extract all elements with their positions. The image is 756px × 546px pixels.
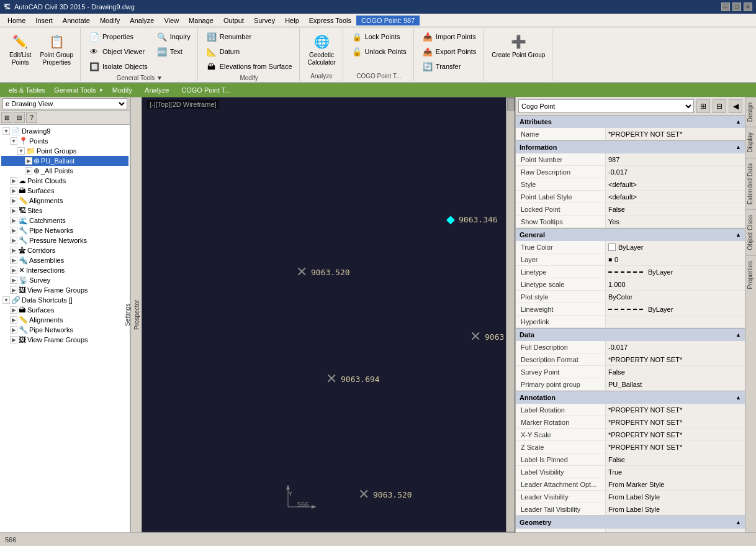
- right-vtab-objectclass[interactable]: Object Class: [745, 209, 756, 255]
- create-point-group-button[interactable]: ➕ Create Point Group: [488, 30, 548, 61]
- point-group-props-button[interactable]: 📋 Point GroupProperties: [37, 30, 76, 68]
- tree-item-ds-pipe-networks[interactable]: ▶ 🔧 Pipe Networks: [1, 325, 128, 335]
- isolate-objects-button[interactable]: 🔲 Isolate Objects: [86, 60, 151, 73]
- expand-points[interactable]: ▼: [10, 137, 17, 145]
- vtab-prospector[interactable]: Prospector: [132, 97, 142, 532]
- menu-cogo-point[interactable]: COGO Point: 987: [356, 16, 420, 25]
- green-bar-analyze[interactable]: Analyze: [141, 86, 173, 94]
- right-vtab-extendeddata[interactable]: Extended Data: [745, 158, 756, 209]
- menu-home[interactable]: Home: [2, 16, 30, 25]
- expand-catchments[interactable]: ▶: [10, 217, 17, 224]
- menu-analyze[interactable]: Analyze: [125, 16, 159, 25]
- tree-item-drawing9[interactable]: ▼ 📄 Drawing9: [1, 126, 128, 136]
- expand-surfaces[interactable]: ▶: [10, 187, 17, 194]
- menu-manage[interactable]: Manage: [184, 16, 218, 25]
- rp-btn-2[interactable]: ⊟: [713, 99, 726, 113]
- geodetic-calculator-button[interactable]: 🌐 GeodeticCalculator: [305, 30, 339, 68]
- maximize-button[interactable]: □: [732, 2, 741, 11]
- canvas-area[interactable]: [-][Top][2D Wireframe] ◆ 9063.346 ✕ 9063…: [142, 97, 515, 532]
- unlock-points-button[interactable]: 🔓 Unlock Points: [348, 45, 410, 58]
- tree-item-pipe-networks[interactable]: ▶ 🔧 Pipe Networks: [1, 225, 128, 235]
- tree-item-ds-viewframegroups[interactable]: ▶ 🖼 View Frame Groups: [1, 335, 128, 345]
- tree-item-assemblies[interactable]: ▶ 🔩 Assemblies: [1, 255, 128, 265]
- lock-points-button[interactable]: 🔒 Lock Points: [348, 30, 410, 43]
- tree-item-pressure-networks[interactable]: ▶ 🔧 Pressure Networks: [1, 235, 128, 245]
- tree-item-survey[interactable]: ▶ 📡 Survey: [1, 275, 128, 285]
- expand-pointclouds[interactable]: ▶: [10, 177, 17, 184]
- view-dropdown[interactable]: e Drawing View Master View Survey View: [2, 98, 127, 109]
- object-viewer-button[interactable]: 👁 Object Viewer: [86, 45, 151, 58]
- prop-section-attributes-header[interactable]: Attributes ▲: [516, 116, 745, 128]
- expand-corridors[interactable]: ▶: [10, 247, 17, 254]
- edit-list-points-button[interactable]: ✏️ Edit/ListPoints: [6, 30, 35, 68]
- expand-allpoints[interactable]: ▶: [25, 167, 32, 175]
- renumber-button[interactable]: 🔢 Renumber: [203, 30, 295, 43]
- datum-button[interactable]: 📐 Datum: [203, 45, 295, 58]
- canvas-vscroll-thumb[interactable]: [507, 98, 515, 111]
- tree-item-data-shortcuts[interactable]: ▼ 🔗 Data Shortcuts []: [1, 295, 128, 305]
- expand-assemblies[interactable]: ▶: [10, 257, 17, 264]
- menu-express-tools[interactable]: Express Tools: [304, 16, 356, 25]
- menu-output[interactable]: Output: [218, 16, 249, 25]
- tree-item-pu-ballast[interactable]: ▶ ⊕ PU_Ballast: [1, 156, 128, 166]
- expand-puballast[interactable]: ▶: [25, 157, 32, 165]
- tree-item-points[interactable]: ▼ 📍 Points: [1, 136, 128, 146]
- tree-item-surfaces[interactable]: ▶ 🏔 Surfaces: [1, 186, 128, 196]
- prop-section-geometry-header[interactable]: Geometry ▲: [516, 516, 745, 529]
- green-bar-modify[interactable]: Modify: [109, 86, 136, 94]
- transfer-button[interactable]: 🔄 Transfer: [419, 60, 479, 73]
- prop-section-annotation-header[interactable]: Annotation ▲: [516, 391, 745, 404]
- expand-pointgroups[interactable]: ▼: [17, 147, 25, 155]
- close-button[interactable]: ✕: [744, 2, 752, 11]
- tree-item-alignments[interactable]: ▶ 📏 Alignments: [1, 196, 128, 206]
- sidebar-tool-2[interactable]: ⊟: [14, 112, 25, 123]
- rp-properties-scroll[interactable]: Attributes ▲ Name *PROPERTY NOT SET* Inf…: [516, 116, 745, 532]
- expand-ds-viewframegroups[interactable]: ▶: [10, 336, 17, 344]
- text-button[interactable]: 🔤 Text: [153, 45, 194, 58]
- expand-intersections[interactable]: ▶: [10, 266, 17, 274]
- tree-item-ds-alignments[interactable]: ▶ 📏 Alignments: [1, 315, 128, 325]
- expand-survey[interactable]: ▶: [10, 276, 17, 284]
- inquiry-button[interactable]: 🔍 Inquiry: [153, 30, 194, 43]
- expand-sites[interactable]: ▶: [10, 207, 17, 214]
- tree-item-point-clouds[interactable]: ▶ ☁ Point Clouds: [1, 176, 128, 186]
- prop-section-information-header[interactable]: Information ▲: [516, 141, 745, 153]
- prop-section-general-header[interactable]: General ▲: [516, 229, 745, 241]
- expand-pressurenetworks[interactable]: ▶: [10, 237, 17, 244]
- export-points-button[interactable]: 📤 Export Points: [419, 45, 479, 58]
- sidebar-tool-1[interactable]: ⊞: [1, 112, 12, 123]
- rp-btn-1[interactable]: ⊞: [696, 99, 710, 113]
- menu-view[interactable]: View: [159, 16, 184, 25]
- expand-pipenetworks[interactable]: ▶: [10, 227, 17, 234]
- menu-survey[interactable]: Survey: [249, 16, 280, 25]
- expand-ds-pipenetworks[interactable]: ▶: [10, 326, 17, 334]
- canvas-vscrollbar[interactable]: [506, 98, 515, 532]
- vtab-settings[interactable]: Settings: [123, 97, 132, 532]
- sidebar-tool-3[interactable]: ?: [26, 112, 37, 123]
- tree-item-corridors[interactable]: ▶ 🛣 Corridors: [1, 245, 128, 255]
- expand-ds-alignments[interactable]: ▶: [10, 316, 17, 324]
- tree-item-all-points[interactable]: ▶ ⊕ _All Points: [1, 166, 128, 176]
- prop-section-data-header[interactable]: Data ▲: [516, 329, 745, 341]
- tree-item-point-groups[interactable]: ▼ 📁 Point Groups: [1, 146, 128, 156]
- tree-item-intersections[interactable]: ▶ ✕ Intersections: [1, 265, 128, 275]
- elevations-from-surface-button[interactable]: 🏔 Elevations from Surface: [203, 60, 295, 73]
- menu-annotate[interactable]: Annotate: [58, 16, 95, 25]
- right-vtab-properties[interactable]: Properties: [745, 255, 756, 294]
- expand-viewframegroups[interactable]: ▶: [10, 286, 17, 294]
- green-bar-tables[interactable]: els & Tables: [5, 86, 49, 94]
- right-vtab-display[interactable]: Display: [745, 127, 756, 158]
- tree-item-ds-surfaces[interactable]: ▶ 🏔 Surfaces: [1, 305, 128, 315]
- tree-item-sites[interactable]: ▶ 🏗 Sites: [1, 206, 128, 216]
- menu-modify[interactable]: Modify: [95, 16, 125, 25]
- properties-button[interactable]: 📄 Properties: [86, 30, 151, 43]
- menu-insert[interactable]: Insert: [30, 16, 58, 25]
- tree-item-viewframegroups[interactable]: ▶ 🖼 View Frame Groups: [1, 285, 128, 295]
- expand-datashortcuts[interactable]: ▼: [2, 296, 10, 304]
- rp-btn-collapse[interactable]: ◀: [729, 99, 742, 113]
- minimize-button[interactable]: ─: [721, 2, 730, 11]
- green-bar-cogo[interactable]: COGO Point T...: [178, 86, 234, 94]
- expand-drawing9[interactable]: ▼: [2, 127, 10, 135]
- expand-alignments[interactable]: ▶: [10, 197, 17, 204]
- green-bar-general-tools[interactable]: General Tools: [54, 86, 104, 94]
